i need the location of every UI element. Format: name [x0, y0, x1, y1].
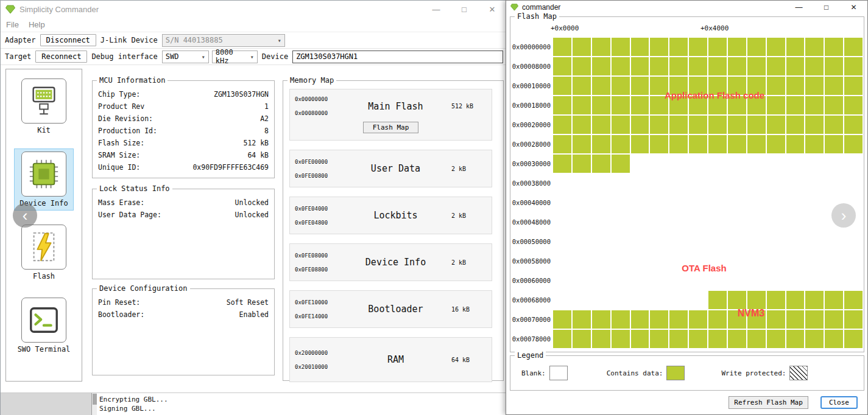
flash-cell[interactable]	[689, 232, 707, 251]
flash-cell[interactable]	[669, 232, 688, 251]
flash-cell[interactable]	[592, 135, 610, 153]
flash-cell[interactable]	[669, 116, 688, 134]
flash-cell[interactable]	[708, 291, 727, 309]
flash-cell[interactable]	[728, 271, 746, 290]
flash-cell[interactable]	[805, 330, 824, 348]
flash-cell[interactable]	[631, 232, 649, 251]
flash-cell[interactable]	[612, 232, 630, 251]
flash-cell[interactable]	[592, 252, 610, 270]
flash-cell[interactable]	[631, 135, 649, 153]
flash-cell[interactable]	[573, 330, 591, 348]
flash-cell[interactable]	[825, 116, 843, 134]
flash-cell[interactable]	[650, 271, 668, 290]
flash-cell[interactable]	[650, 291, 668, 309]
flash-cell[interactable]	[708, 330, 727, 348]
flash-cell[interactable]	[650, 116, 668, 134]
flash-cell[interactable]	[592, 116, 610, 134]
flash-cell[interactable]	[747, 291, 766, 309]
flash-cell[interactable]	[708, 213, 727, 231]
flash-cell[interactable]	[553, 271, 571, 290]
flash-cell[interactable]	[631, 330, 649, 348]
flash-cell[interactable]	[747, 271, 766, 290]
flash-cell[interactable]	[747, 232, 766, 251]
flash-cell[interactable]	[728, 194, 746, 212]
flash-cell[interactable]	[728, 155, 746, 173]
disconnect-button[interactable]: Disconnect	[40, 34, 96, 46]
flash-cell[interactable]	[805, 310, 824, 329]
flash-cell[interactable]	[689, 155, 707, 173]
flash-cell[interactable]	[805, 57, 824, 75]
flash-cell[interactable]	[844, 77, 863, 95]
flash-cell[interactable]	[767, 135, 785, 153]
flash-cell[interactable]	[805, 194, 824, 212]
flash-cell[interactable]	[767, 155, 785, 173]
flash-cell[interactable]	[631, 174, 649, 192]
flash-cell[interactable]	[728, 174, 746, 192]
flash-cell[interactable]	[553, 77, 571, 95]
flash-cell[interactable]	[708, 232, 727, 251]
flash-cell[interactable]	[650, 213, 668, 231]
flash-cell[interactable]	[592, 291, 610, 309]
flash-cell[interactable]	[767, 291, 785, 309]
flash-cell[interactable]	[728, 57, 746, 75]
flash-cell[interactable]	[708, 135, 727, 153]
sidebar-item-kit[interactable]: Kit	[16, 75, 72, 138]
flash-cell[interactable]	[747, 213, 766, 231]
flash-cell[interactable]	[844, 155, 863, 173]
flash-cell[interactable]	[825, 271, 843, 290]
flash-cell[interactable]	[592, 271, 610, 290]
flash-cell[interactable]	[767, 232, 785, 251]
flash-cell[interactable]	[553, 57, 571, 75]
flash-cell[interactable]	[612, 174, 630, 192]
flash-cell[interactable]	[592, 232, 610, 251]
flash-cell[interactable]	[786, 194, 805, 212]
flash-cell[interactable]	[553, 38, 571, 56]
flash-cell[interactable]	[573, 155, 591, 173]
flash-cell[interactable]	[612, 194, 630, 212]
flash-cell[interactable]	[592, 38, 610, 56]
flash-cell[interactable]	[825, 38, 843, 56]
flash-cell[interactable]	[825, 77, 843, 95]
flash-cell[interactable]	[786, 213, 805, 231]
flash-cell[interactable]	[689, 135, 707, 153]
flash-cell[interactable]	[728, 291, 746, 309]
flash-cell[interactable]	[689, 330, 707, 348]
flash-cell[interactable]	[669, 291, 688, 309]
flash-cell[interactable]	[767, 330, 785, 348]
flash-cell[interactable]	[669, 271, 688, 290]
flash-cell[interactable]	[825, 232, 843, 251]
flash-cell[interactable]	[747, 135, 766, 153]
flash-cell[interactable]	[844, 232, 863, 251]
flash-cell[interactable]	[669, 213, 688, 231]
flash-cell[interactable]	[669, 57, 688, 75]
flash-cell[interactable]	[612, 57, 630, 75]
menu-help[interactable]: Help	[29, 20, 45, 29]
flash-cell[interactable]	[592, 330, 610, 348]
flash-cell[interactable]	[650, 310, 668, 329]
flash-cell[interactable]	[553, 135, 571, 153]
flash-cell[interactable]	[573, 310, 591, 329]
flash-cell[interactable]	[844, 330, 863, 348]
flash-cell[interactable]	[844, 252, 863, 270]
carousel-next-button[interactable]: ›	[831, 203, 856, 228]
flash-cell[interactable]	[844, 135, 863, 153]
flash-cell[interactable]	[650, 57, 668, 75]
flash-cell[interactable]	[708, 155, 727, 173]
maximize-icon[interactable]: □	[450, 1, 478, 18]
flash-cell[interactable]	[767, 38, 785, 56]
flash-cell[interactable]	[592, 310, 610, 329]
flash-cell[interactable]	[767, 252, 785, 270]
flash-cell[interactable]	[844, 57, 863, 75]
flash-cell[interactable]	[747, 155, 766, 173]
flash-cell[interactable]	[844, 38, 863, 56]
flash-cell[interactable]	[650, 194, 668, 212]
menu-file[interactable]: File	[6, 20, 19, 29]
flash-cell[interactable]	[573, 291, 591, 309]
sidebar-item-device-info[interactable]: Device Info	[14, 148, 73, 211]
flash-cell[interactable]	[844, 174, 863, 192]
flash-cell[interactable]	[650, 232, 668, 251]
flash-cell[interactable]	[805, 252, 824, 270]
flash-cell[interactable]	[573, 116, 591, 134]
flash-cell[interactable]	[805, 155, 824, 173]
flash-cell[interactable]	[631, 310, 649, 329]
